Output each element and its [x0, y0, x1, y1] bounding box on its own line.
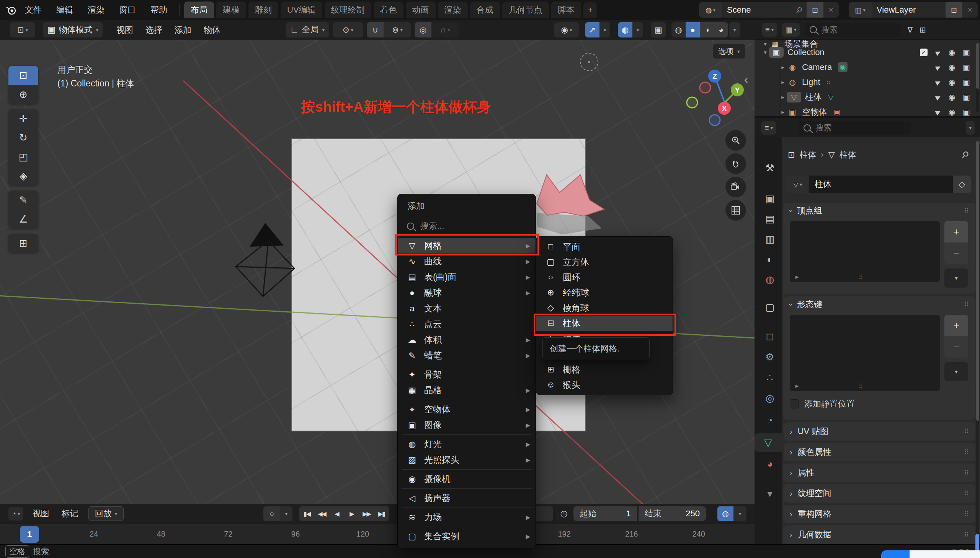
eye-toggle-icon[interactable]: ◉ — [949, 48, 955, 57]
red-cup-mesh[interactable] — [537, 175, 604, 216]
select-toggle-icon[interactable]: ▶ — [935, 48, 941, 57]
pivot-point-dropdown[interactable]: ⊙▾ — [333, 22, 363, 38]
viewport-menu-1[interactable]: 选择 — [139, 25, 168, 36]
proportional-editing-toggle[interactable]: ◎ — [415, 22, 432, 38]
auto-keying-dropdown[interactable]: ▾ — [280, 506, 293, 521]
grid-view-button[interactable] — [725, 200, 746, 221]
menu-item-force-field[interactable]: ≋力场▶ — [398, 509, 535, 525]
workspace-tab-6[interactable]: 动画 — [406, 2, 436, 18]
collapsed-panel-0[interactable]: ›UV 贴图⠿ — [784, 422, 975, 441]
shading-solid-button[interactable]: ● — [686, 22, 700, 38]
timeline-menu-2[interactable]: 回放 ▾ — [89, 506, 124, 521]
measure-tool[interactable]: ∠ — [8, 210, 38, 229]
workspace-tab-8[interactable]: 合成 — [470, 2, 500, 18]
editor-type-button[interactable]: ⊡▾ — [10, 22, 35, 38]
camera-toggle-icon[interactable]: ▣ — [963, 78, 970, 87]
previous-frame-button[interactable]: ◀ — [329, 506, 344, 521]
camera-toggle-icon[interactable]: ▣ — [963, 93, 970, 102]
outliner-search[interactable] — [805, 23, 901, 37]
menu-item-uv-sphere[interactable]: ⊕经纬球 — [536, 285, 673, 300]
menu-item-empty[interactable]: ⌖空物体▶ — [398, 402, 535, 417]
viewlayer-icon[interactable]: ▥▾ — [849, 2, 872, 18]
menu-item-armature[interactable]: ✦骨架 — [398, 367, 535, 382]
shading-wireframe-button[interactable]: ◍ — [672, 22, 686, 38]
list-drag-handle[interactable]: ⠿ — [859, 274, 863, 281]
tab-physics[interactable]: ◎ — [758, 389, 782, 407]
menu-item-volume[interactable]: ☁体积▶ — [398, 332, 535, 348]
gizmo-toggle[interactable]: ↗ — [585, 22, 600, 38]
properties-editor-type-button[interactable]: ≡▾ — [761, 121, 776, 135]
add-cube-tool[interactable]: ⊞ — [8, 234, 38, 253]
topbar-menu-2[interactable]: 渲染 — [81, 4, 112, 16]
menu-item-image[interactable]: ▣图像▶ — [398, 417, 535, 433]
topbar-menu-4[interactable]: 帮助 — [143, 4, 175, 16]
menu-item-monkey[interactable]: ☺猴头 — [536, 377, 673, 392]
zoom-button[interactable] — [725, 130, 746, 151]
gizmo-dropdown[interactable]: ▾ — [600, 22, 610, 38]
axis-minus-y[interactable] — [687, 97, 697, 108]
select-toggle-icon[interactable]: ▶ — [935, 78, 941, 87]
eye-toggle-icon[interactable]: ◉ — [949, 63, 955, 72]
mesh-id-dropdown[interactable]: ▽▾ — [786, 176, 809, 193]
topbar-menu-3[interactable]: 窗口 — [112, 4, 143, 16]
previous-keyframe-button[interactable]: ◀◀ — [314, 506, 329, 521]
new-collection-button[interactable]: ⊞ — [916, 23, 929, 37]
workspace-tab-0[interactable]: 布局 — [184, 2, 214, 18]
viewport-menu-0[interactable]: 视图 — [110, 25, 139, 36]
select-box-tool[interactable]: ⊡ — [8, 66, 38, 85]
menu-item-cube[interactable]: ▢立方体 — [536, 254, 673, 270]
eye-toggle-icon[interactable]: ◉ — [949, 107, 955, 116]
jump-to-end-button[interactable]: ▶▮ — [374, 506, 389, 521]
shading-rendered-button[interactable]: ◕ — [714, 22, 728, 38]
camera-toggle-icon[interactable]: ▣ — [963, 48, 970, 57]
drag-handle-icon[interactable]: ⠿ — [964, 510, 969, 518]
tab-output[interactable]: ▤ — [758, 210, 782, 228]
select-toggle-icon[interactable]: ▶ — [935, 63, 941, 72]
tab-modifiers[interactable]: ⚙ — [758, 348, 782, 366]
navigation-gizmo[interactable]: Z Y X — [682, 63, 754, 136]
collapsed-panel-1[interactable]: ›颜色属性⠿ — [784, 443, 975, 461]
menu-item-circle[interactable]: ○圆环 — [536, 270, 673, 285]
tab-object[interactable]: ◻ — [758, 327, 782, 345]
collapsed-panel-3[interactable]: ›纹理空间⠿ — [784, 484, 975, 502]
move-tool[interactable]: ✛ — [8, 109, 38, 128]
shape-keys-list[interactable]: ► ⠿ — [790, 315, 940, 391]
workspace-tab-2[interactable]: 雕刻 — [249, 2, 278, 18]
next-keyframe-button[interactable]: ▶▶ — [359, 506, 374, 521]
workspace-tab-4[interactable]: 纹理绘制 — [324, 2, 371, 18]
workspace-tab-7[interactable]: 渲染 — [438, 2, 468, 18]
select-toggle-icon[interactable]: ▶ — [935, 107, 941, 116]
vertex-group-specials-button[interactable]: ▾ — [944, 269, 968, 287]
shape-keys-panel-header[interactable]: › 形态键 ⠿ — [784, 296, 975, 312]
tab-constraints[interactable]: ◔ — [758, 411, 782, 430]
vertex-groups-panel-header[interactable]: › 顶点组 ⠿ — [784, 203, 975, 219]
outliner-scrollbar[interactable] — [976, 43, 979, 112]
tab-scene[interactable]: ◐ — [758, 250, 782, 269]
vertex-groups-list[interactable]: ► ⠿ — [790, 221, 940, 282]
pan-button[interactable] — [725, 153, 746, 174]
row-collection[interactable]: ▾▣Collection✓▶◉▣ — [754, 45, 980, 60]
menu-item-curve[interactable]: ∿曲线▶ — [398, 254, 535, 269]
menu-item-metaball[interactable]: ●融球▶ — [398, 285, 535, 300]
eye-toggle-icon[interactable]: ◉ — [949, 93, 955, 102]
eye-toggle-icon[interactable]: ◉ — [949, 78, 955, 87]
frame-end-field[interactable]: 结束250 — [639, 506, 706, 521]
viewport-menu-2[interactable]: 添加 — [168, 25, 198, 36]
mode-dropdown[interactable]: ▣ 物体模式▾ — [43, 22, 103, 38]
xray-toggle[interactable]: ▣ — [651, 22, 666, 38]
expand-caret-icon[interactable]: ▸ — [779, 64, 787, 71]
proportional-falloff-dropdown[interactable]: ∩▾ — [432, 22, 459, 38]
camera-view-button[interactable] — [725, 177, 746, 197]
filter-funnel-icon[interactable]: ∇ — [904, 23, 916, 37]
stopwatch-icon[interactable]: ◷ — [556, 506, 572, 521]
drag-handle-icon[interactable]: ⠿ — [964, 207, 969, 215]
viewlayer-name-field[interactable]: ViewLayer — [872, 2, 945, 18]
menu-item-camera[interactable]: ◉摄像机 — [398, 471, 535, 487]
snap-toggle[interactable]: ∪ — [367, 22, 384, 38]
timeline-overlay-toggle[interactable]: ◍ — [717, 506, 733, 521]
workspace-tab-10[interactable]: 脚本 — [551, 2, 581, 18]
tab-world[interactable]: ◍ — [758, 271, 782, 289]
menu-item-lattice[interactable]: ▦晶格▶ — [398, 382, 535, 398]
shading-material-button[interactable]: ◑ — [700, 22, 714, 38]
play-button[interactable]: ▶ — [344, 506, 359, 521]
